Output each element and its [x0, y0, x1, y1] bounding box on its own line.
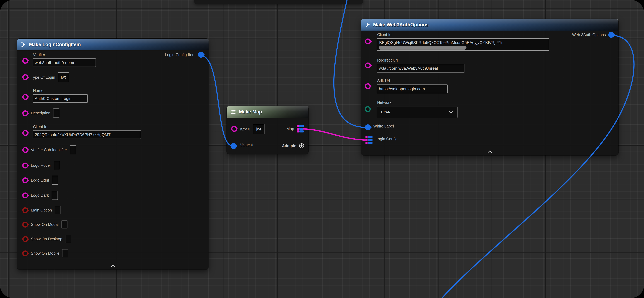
checkbox-show-on-mobile[interactable] — [62, 249, 68, 257]
pin-key-0[interactable] — [231, 126, 237, 132]
network-selected-value: CYAN — [381, 110, 391, 114]
pin-show-on-mobile[interactable] — [22, 250, 28, 256]
pin-show-on-modal[interactable] — [22, 222, 28, 228]
pin-label-name: Name — [33, 88, 88, 93]
input-verifier[interactable]: web3auth-auth0-demo — [32, 58, 96, 67]
pin-verifier-sub-identifier[interactable] — [22, 147, 28, 153]
node-header-make-map[interactable]: Make Map — [227, 106, 308, 118]
add-pin-label[interactable]: Add pin — [282, 144, 296, 148]
input-redirect-url[interactable]: w3a://com.w3a.Web3AuthUnreal — [377, 64, 464, 73]
collapse-chevron-icon[interactable] — [110, 264, 115, 268]
pin-label-white-label: White Label — [373, 124, 394, 128]
input-logo-hover[interactable] — [54, 161, 60, 170]
pin-label-logo-dark: Logo Dark — [31, 193, 49, 198]
node-title: Make Web3AuthOptions — [373, 22, 428, 28]
pin-label-key-0: Key 0 — [240, 127, 250, 132]
map-pin-icon[interactable] — [296, 125, 304, 132]
output-pin-web3auth-options[interactable] — [608, 32, 614, 38]
output-pin-label: Web 3Auth Options — [572, 32, 606, 37]
pin-label-description: Description — [31, 111, 50, 115]
pin-client-id[interactable] — [365, 38, 371, 44]
add-pin-icon[interactable] — [299, 143, 304, 148]
wire-map-to-loginconfig[interactable] — [304, 129, 366, 140]
pin-main-option[interactable] — [22, 207, 28, 213]
checkbox-show-on-modal[interactable] — [62, 220, 68, 228]
input-client-id[interactable]: 294QRkchfq2YaXUbPri7D6PH7xzHgQMT — [32, 130, 141, 139]
checkbox-main-option[interactable] — [55, 206, 61, 214]
pin-show-on-desktop[interactable] — [22, 236, 28, 242]
pin-label-client-id: Client Id — [377, 32, 549, 37]
input-client-id[interactable]: BEglQSgt4cUWcj6SKRdu5QkOXTsePmMcusG5EAoy… — [377, 38, 549, 51]
client-id-text: BEglQSgt4cUWcj6SKRdu5QkOXTsePmMcusG5EAoy… — [379, 39, 546, 46]
pin-label-type-of-login: Type Of Login — [31, 75, 55, 80]
pin-label-redirect-url: Redirect Url — [377, 58, 464, 62]
node-make-web3authoptions[interactable]: Make Web3AuthOptions Web 3Auth Options C… — [361, 19, 618, 155]
pin-label-logo-hover: Logo Hover — [31, 163, 51, 168]
pin-type-of-login[interactable] — [22, 74, 28, 80]
node-title: Make LoginConfigItem — [29, 42, 81, 48]
pin-label-client-id: Client Id — [33, 124, 141, 129]
pin-client-id[interactable] — [22, 130, 28, 136]
network-dropdown[interactable]: CYAN — [377, 106, 458, 118]
node-header-make-web3authoptions[interactable]: Make Web3AuthOptions — [361, 19, 618, 30]
pin-label-verifier: Verifier — [33, 52, 96, 57]
horizontal-scrollbar[interactable] — [379, 46, 466, 50]
input-logo-dark[interactable] — [52, 191, 58, 200]
blueprint-graph-canvas[interactable]: Make LoginConfigItem Login Config Item V… — [0, 0, 644, 298]
input-key-0[interactable]: jwt — [253, 124, 264, 134]
input-verifier-sub-identifier[interactable] — [70, 145, 76, 154]
node-make-map[interactable]: Make Map Key 0 jwt Map Value 0 Add pin — [227, 106, 308, 154]
pin-label-login-config: Login Config — [376, 136, 398, 141]
pin-label-verifier-sub-identifier: Verifier Sub Identifier — [31, 148, 67, 152]
pin-description[interactable] — [22, 110, 28, 116]
pin-sdk-url[interactable] — [365, 83, 371, 89]
input-type-of-login[interactable]: jwt — [58, 72, 69, 82]
collapse-chevron-icon[interactable] — [488, 150, 492, 154]
pin-name[interactable] — [22, 94, 28, 100]
node-title: Make Map — [239, 109, 262, 115]
pin-verifier[interactable] — [22, 58, 28, 64]
pin-logo-light[interactable] — [22, 177, 28, 183]
pin-label-sdk-url: Sdk Url — [377, 78, 448, 83]
pin-label-value-0: Value 0 — [240, 142, 253, 147]
pin-label-show-on-mobile: Show On Mobile — [31, 251, 60, 256]
input-description[interactable] — [53, 108, 60, 118]
pin-label-logo-light: Logo Light — [31, 178, 49, 182]
make-struct-icon — [20, 42, 26, 48]
chevron-down-icon — [449, 111, 453, 114]
pin-label-show-on-modal: Show On Modal — [31, 222, 58, 227]
pin-logo-dark[interactable] — [22, 192, 28, 198]
output-pin-label: Login Config Item — [165, 52, 196, 57]
input-sdk-url[interactable]: https://sdk.openlogin.com — [377, 84, 448, 93]
input-logo-light[interactable] — [52, 176, 58, 185]
pin-redirect-url[interactable] — [365, 62, 371, 68]
pin-label-main-option: Main Option — [31, 208, 52, 212]
pin-logo-hover[interactable] — [22, 162, 28, 168]
node-make-loginconfigitem[interactable]: Make LoginConfigItem Login Config Item V… — [17, 39, 208, 270]
input-name[interactable]: Auth0 Custom Login — [32, 94, 88, 103]
pin-label-show-on-desktop: Show On Desktop — [31, 236, 62, 241]
make-struct-icon — [365, 22, 370, 28]
output-pin-label-map: Map — [286, 126, 294, 131]
offscreen-node-edge[interactable] — [194, 0, 363, 4]
pin-network[interactable] — [365, 106, 371, 112]
output-pin-login-config-item[interactable] — [198, 52, 204, 58]
checkbox-show-on-desktop[interactable] — [65, 235, 71, 243]
pin-label-network: Network — [377, 100, 458, 105]
make-map-icon — [230, 109, 236, 115]
node-header-make-loginconfigitem[interactable]: Make LoginConfigItem — [17, 39, 208, 50]
